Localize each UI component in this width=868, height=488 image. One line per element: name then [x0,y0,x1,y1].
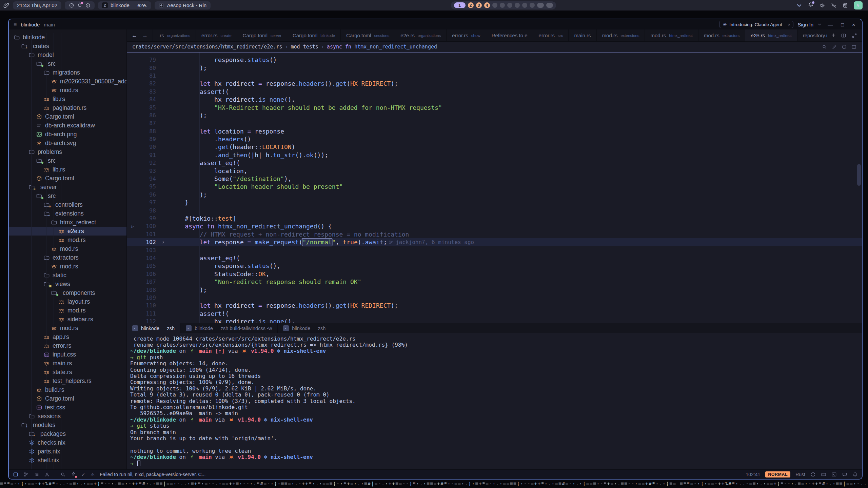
git-branch-icon[interactable] [23,472,29,477]
workspace-switcher[interactable]: 1234 [451,1,556,9]
vim-mode-badge[interactable]: NORMAL [765,471,790,477]
editor-tab[interactable]: .rsorganizations [153,29,196,41]
project-panel-toggle-icon[interactable] [13,472,18,477]
tree-item-input-css[interactable]: input.css [9,350,126,359]
new-tab-button[interactable]: + [831,32,835,39]
sign-in-button[interactable]: Sign In [797,22,813,27]
branch-name[interactable]: main [44,22,55,27]
tree-item-src[interactable]: ◆src [9,191,126,200]
claude-agent-promo[interactable]: ✳ Introducing: Claude Agent × [719,21,794,28]
tree-item-sidebar-rs[interactable]: sidebar.rs [9,315,126,324]
editor-tab[interactable]: mod.rsextensions [597,29,645,41]
bell-icon[interactable] [852,472,858,477]
volume-icon[interactable] [819,2,825,8]
tree-item-pagination-rs[interactable]: pagination.rs [9,103,126,112]
diagnostics-icon[interactable]: ⚠ [91,472,95,477]
workspace-occupied[interactable]: 4 [484,2,490,8]
tree-item-e2e-rs[interactable]: e2e.rs [9,227,126,236]
editor-tab[interactable]: Cargo.tomlsessions [341,29,395,41]
editor-tab[interactable]: References to e [486,29,533,41]
tree-item-static[interactable]: static [9,271,126,280]
tree-item-db-arch-svg[interactable]: db-arch.svg [9,139,126,147]
active-window-widget[interactable]: Z blinkode — e2e. [98,1,151,9]
breadcrumb-function[interactable]: htmx_non_redirect_unchanged [354,44,437,50]
editor-tab[interactable]: error.rssrc [533,29,569,41]
sync-icon[interactable] [810,472,816,477]
editor-tab[interactable]: e2e.rsorganizations [395,29,447,41]
notifications-icon[interactable] [808,2,814,9]
zoom-pane-icon[interactable] [852,33,857,38]
ai-edits-icon[interactable] [71,471,76,477]
tree-item-modules[interactable]: ▪modules [9,421,126,429]
search-icon[interactable] [60,472,66,477]
tree-item-db-arch-png[interactable]: db-arch.png [9,130,126,139]
buffer-search-icon[interactable] [822,44,827,49]
tree-item-db-arch-excalidraw[interactable]: db-arch.excalidraw [9,121,126,130]
tree-item-server[interactable]: ≡server [9,183,126,191]
tree-item-src[interactable]: ◆src [9,156,126,165]
pane-split-icon[interactable] [851,44,856,49]
editor-tab[interactable]: mod.rshtmx_redirect [645,29,698,41]
tree-item-blinkode[interactable]: blinkode [9,33,126,42]
breadcrumb-module[interactable]: mod tests [291,44,318,50]
tree-item-mod-rs[interactable]: mod.rs [9,306,126,315]
editor-tab[interactable]: Cargo.tomlblinkode [287,29,341,41]
tree-item-checks-nix[interactable]: checks.nix [9,438,126,447]
editor-tab[interactable]: error.rsshow [447,29,486,41]
owl-icon[interactable] [842,2,848,8]
promo-close-icon[interactable]: × [785,21,793,28]
minimize-button[interactable]: — [826,22,835,27]
editor-tab[interactable]: e2e.rshtmx_redirect [745,29,797,41]
tree-item-cargo-toml[interactable]: Cargo.toml [9,112,126,121]
tree-item-m20260331-005002-add-cours[interactable]: m20260331_005002_add_cours [9,77,126,86]
workspace-empty[interactable] [522,3,527,8]
tree-item-layout-rs[interactable]: layout.rs [9,297,126,306]
workspace-empty[interactable] [492,3,497,8]
tree-item-test-css[interactable]: test.css [9,403,126,412]
tree-item-app-rs[interactable]: app.rs [9,332,126,341]
check-icon[interactable]: ✓ [81,472,85,477]
workspace-empty[interactable] [515,3,520,8]
tree-item-packages[interactable]: •packages [9,429,126,438]
tree-item-sessions[interactable]: sessions [9,412,126,421]
terminal-tab[interactable]: >_blinkode — zsh [127,323,180,333]
terminal-tab[interactable]: >_blinkode — zsh build-tailwindcss -w [180,323,278,333]
workspace-occupied[interactable]: 3 [476,2,482,8]
close-button[interactable]: × [850,22,857,27]
tree-item-mod-rs[interactable]: mod.rs [9,244,126,253]
lsp-error-message[interactable]: Failed to run nil, nixd, package-version… [100,472,205,477]
breadcrumb-path[interactable]: crates/server/src/extensions/htmx_redire… [132,44,282,50]
user-chevron-icon[interactable] [817,22,822,26]
editor-tab[interactable]: Cargo.tomlserver [237,29,287,41]
tree-item-cargo-toml[interactable]: Cargo.toml [9,394,126,403]
tree-item-migrations[interactable]: migrations [9,68,126,77]
nav-back-button[interactable]: ← [132,32,137,39]
system-monitor-widget[interactable] [65,1,95,9]
tree-item-mod-rs[interactable]: mod.rs [9,262,126,271]
info-icon[interactable] [842,44,847,49]
tree-item-controllers[interactable]: ✳controllers [9,200,126,209]
outline-icon[interactable] [34,472,39,477]
nav-forward-button[interactable]: → [142,32,148,39]
chevron-down-icon[interactable] [796,2,802,8]
network-off-icon[interactable] [831,2,837,8]
clock-widget[interactable]: 21:43 Thu, Apr 02 [13,1,61,9]
editor-tab[interactable]: mod.rsextractors [698,29,745,41]
tree-item-extractors[interactable]: extractors [9,253,126,262]
tree-item-htmx-redirect[interactable]: htmx_redirect [9,218,126,227]
menu-icon[interactable]: ≡ [14,21,17,27]
workspace-active[interactable]: 1 [454,2,466,8]
terminal-tab[interactable]: >_blinkode — zsh [278,323,331,333]
language-selector[interactable]: Rust [795,472,805,477]
tree-item-lib-rs[interactable]: lib.rs [9,95,126,103]
editor-tab[interactable]: error.rscreate [196,29,237,41]
tree-item-parts-nix[interactable]: parts.nix [9,447,126,456]
tree-item-mod-rs[interactable]: mod.rs [9,324,126,332]
tree-item-model[interactable]: model [9,50,126,59]
editor-tab[interactable]: repository.r [797,29,827,41]
tree-item-mod-rs[interactable]: mod.rs [9,86,126,95]
editor-tab[interactable]: main.rs [569,29,596,41]
tree-item-mod-rs[interactable]: mod.rs [9,236,126,244]
tree-item-components[interactable]: ◆components [9,288,126,297]
split-pane-icon[interactable] [841,33,846,38]
